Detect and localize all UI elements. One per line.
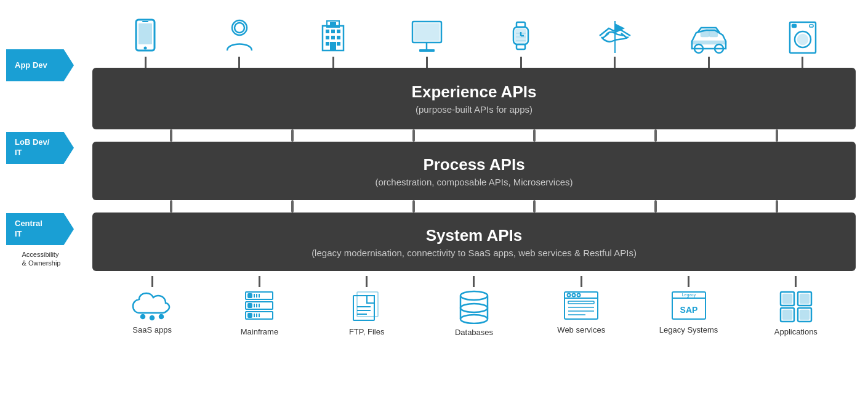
- connector-mobile: [145, 57, 147, 68]
- svg-rect-7: [326, 30, 329, 33]
- layers-wrapper: Experience APIs (purpose-built APIs for …: [86, 68, 862, 271]
- svg-rect-10: [326, 36, 329, 39]
- svg-rect-15: [330, 42, 336, 51]
- bottom-icon-applications: Applications: [762, 276, 830, 336]
- conn-databases: [473, 276, 475, 287]
- svg-rect-21: [419, 49, 435, 52]
- svg-rect-12: [337, 36, 340, 39]
- process-api-layer: Process APIs (orchestration, composable …: [92, 142, 856, 200]
- left-panel: App Dev LoB Dev/IT CentralIT Accessibili…: [0, 0, 80, 409]
- svg-text:Legacy: Legacy: [681, 293, 696, 298]
- top-icon-appliance: [775, 20, 830, 68]
- connector-watch: [520, 57, 522, 68]
- connector-user: [238, 57, 240, 68]
- chevron-shape-central-it: CentralIT: [6, 213, 74, 245]
- conn-ftp: [366, 276, 368, 287]
- connector-handshake: [614, 57, 616, 68]
- svg-point-44: [159, 315, 163, 318]
- conn-mainframe: [259, 276, 260, 287]
- bottom-icon-mainframe: Mainframe: [225, 276, 293, 336]
- chevron-app-dev: App Dev: [6, 49, 74, 132]
- svg-rect-8: [331, 30, 335, 33]
- conn-4: [533, 129, 536, 142]
- svg-rect-92: [800, 310, 809, 319]
- conn-5: [654, 129, 657, 142]
- conn-11: [654, 200, 657, 213]
- conn-9: [412, 200, 415, 213]
- top-icon-mobile: [118, 18, 173, 68]
- conn-7: [170, 200, 172, 213]
- svg-rect-41: [810, 25, 813, 27]
- chevron-shape-lob-dev: LoB Dev/IT: [6, 132, 74, 164]
- svg-point-43: [150, 316, 154, 320]
- svg-point-68: [460, 304, 488, 312]
- chevron-lob-dev: LoB Dev/IT: [6, 132, 74, 213]
- svg-point-75: [573, 294, 576, 297]
- svg-point-65: [460, 291, 488, 300]
- main-container: App Dev LoB Dev/IT CentralIT Accessibili…: [0, 0, 868, 409]
- process-api-title: Process APIs: [423, 155, 524, 174]
- connector-building: [332, 57, 334, 68]
- svg-rect-19: [415, 24, 439, 40]
- conn-1: [170, 129, 172, 142]
- chevron-label-central-it: CentralIT: [15, 219, 42, 240]
- conn-10: [533, 200, 536, 213]
- connector-car: [708, 57, 710, 68]
- top-icon-handshake: [587, 18, 643, 68]
- system-api-subtitle: (legacy modernisation, connectivity to S…: [311, 248, 637, 258]
- right-panel: Experience APIs (purpose-built APIs for …: [80, 0, 868, 409]
- bottom-label-ftp: FTP, Files: [349, 327, 385, 336]
- bottom-label-legacy: Legacy Systems: [659, 325, 718, 334]
- svg-rect-40: [792, 25, 796, 27]
- bottom-label-webservices: Web services: [557, 325, 605, 334]
- conn-6: [776, 129, 778, 142]
- svg-rect-24: [516, 22, 525, 27]
- top-icon-watch: [493, 18, 549, 68]
- conn-3: [412, 129, 415, 142]
- svg-rect-90: [800, 294, 809, 303]
- bottom-label-applications: Applications: [774, 327, 818, 336]
- bottom-label-mainframe: Mainframe: [241, 327, 278, 336]
- chevron-shape-app-dev: App Dev: [6, 49, 74, 81]
- svg-point-39: [798, 34, 808, 44]
- svg-text:SAP: SAP: [680, 305, 697, 315]
- connector-row-1: [92, 129, 856, 142]
- system-api-layer: System APIs (legacy modernisation, conne…: [92, 213, 856, 271]
- svg-rect-89: [783, 294, 792, 303]
- top-icons-row: [86, 0, 862, 68]
- svg-rect-46: [248, 294, 252, 298]
- process-api-subtitle: (orchestration, composable APIs, Microse…: [376, 177, 573, 187]
- connector-desktop: [426, 57, 428, 68]
- svg-rect-51: [248, 304, 252, 307]
- connector-appliance: [802, 57, 803, 68]
- svg-point-71: [460, 315, 488, 323]
- experience-api-subtitle: (purpose-built APIs for apps): [416, 104, 532, 115]
- top-icon-car: [681, 22, 736, 68]
- svg-point-2: [144, 47, 147, 50]
- svg-rect-56: [248, 314, 252, 317]
- bottom-label-databases: Databases: [455, 328, 493, 337]
- conn-legacy: [688, 276, 689, 287]
- chevron-label-lob-dev: LoB Dev/IT: [15, 137, 49, 158]
- svg-point-42: [141, 315, 145, 318]
- conn-2: [291, 129, 294, 142]
- bottom-icon-legacy: SAP Legacy Legacy Systems: [655, 276, 723, 334]
- experience-api-title: Experience APIs: [412, 83, 537, 102]
- svg-rect-25: [516, 44, 525, 49]
- conn-webservices: [581, 276, 582, 287]
- svg-rect-13: [326, 42, 329, 46]
- top-icon-desktop: [400, 18, 455, 68]
- svg-rect-91: [783, 310, 792, 319]
- bottom-icon-saas: SaaS apps: [118, 276, 186, 334]
- connector-row-2: [92, 200, 856, 213]
- conn-saas: [151, 276, 153, 287]
- svg-rect-34: [701, 30, 709, 36]
- conn-8: [291, 200, 294, 213]
- chevron-label-app-dev: App Dev: [15, 60, 47, 71]
- accessibility-label: Accessibility& Ownership: [20, 250, 61, 268]
- svg-point-5: [235, 23, 244, 33]
- svg-rect-17: [330, 22, 336, 26]
- svg-point-76: [577, 294, 581, 297]
- svg-rect-1: [139, 23, 152, 44]
- experience-api-layer: Experience APIs (purpose-built APIs for …: [92, 68, 856, 129]
